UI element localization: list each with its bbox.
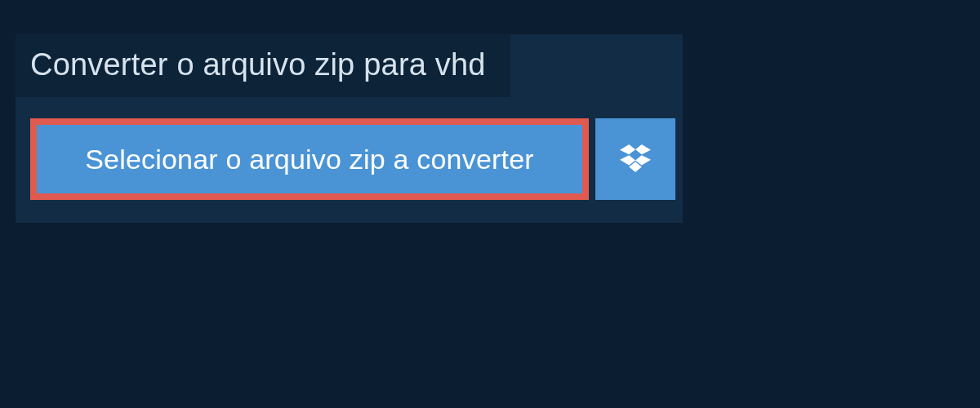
- select-file-button[interactable]: Selecionar o arquivo zip a converter: [30, 118, 589, 200]
- action-row: Selecionar o arquivo zip a converter: [16, 97, 683, 223]
- converter-panel: Converter o arquivo zip para vhd Selecio…: [16, 34, 683, 223]
- select-file-label: Selecionar o arquivo zip a converter: [85, 144, 534, 175]
- panel-title-tab: Converter o arquivo zip para vhd: [16, 34, 510, 97]
- panel-title: Converter o arquivo zip para vhd: [30, 47, 486, 82]
- dropbox-icon: [620, 144, 651, 174]
- dropbox-button[interactable]: [595, 118, 675, 200]
